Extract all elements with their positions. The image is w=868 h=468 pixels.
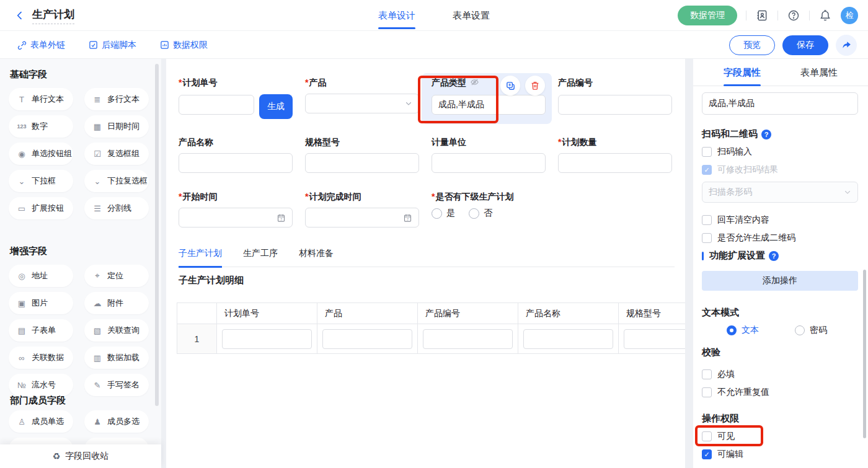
sidebar-item-image[interactable]: ▣图片 [9,292,73,314]
help-icon[interactable] [787,9,800,22]
field-title-input[interactable] [702,92,858,115]
checkbox-scan-input[interactable]: 扫码输入 [702,146,858,157]
sidebar-item-checkbox-group[interactable]: ☑复选框组 [84,143,149,165]
tab-field-properties[interactable]: 字段属性 [724,59,761,86]
sidebar-item-subform[interactable]: ▤子表单 [9,319,73,342]
field-plan-finish-time[interactable]: *计划完成时间 7 [305,192,419,227]
field-start-time[interactable]: *开始时间 7 [179,192,293,227]
radio-text-mode-text[interactable]: 文本 [727,325,759,336]
contacts-icon[interactable] [755,9,769,22]
preview-button[interactable]: 预览 [729,35,775,55]
panel-scrollbar[interactable] [863,270,866,438]
field-plan-number[interactable]: *计划单号 生成 [179,77,293,89]
sidebar-item-radio-group[interactable]: ◉单选按钮组 [9,143,73,165]
field-label: 开始时间 [182,192,217,201]
tab-form-settings[interactable]: 表单设置 [453,0,490,31]
sidebar-item-member-single[interactable]: ♙成员单选 [9,410,73,433]
sidebar-item-linked-data[interactable]: ∞关联数据 [9,347,73,369]
share-arrow-icon[interactable] [836,35,857,56]
sidebar-item-datetime[interactable]: ▦日期时间 [84,115,149,138]
sidebar-item-extend-button[interactable]: ▭扩展按钮 [9,197,73,219]
avatar[interactable]: 检 [841,7,858,24]
checkbox-clear-on-enter[interactable]: 回车清空内容 [702,214,858,226]
linked-data-icon: ∞ [16,353,27,363]
copy-field-button[interactable] [500,76,520,95]
sidebar-item-member-multi[interactable]: ♟成员多选 [84,410,149,433]
sidebar-scrollbar[interactable] [155,64,159,406]
product-select[interactable] [305,94,419,113]
checkbox-no-duplicate[interactable]: 不允许重复值 [702,387,858,398]
sidebar-item-address[interactable]: ◎地址 [9,265,73,287]
bell-icon[interactable] [818,9,832,22]
multi-line-text-icon: ≣ [92,95,103,104]
cell-product-name-input[interactable] [523,329,613,349]
people-icon: ♟ [92,417,103,426]
tab-sub-production-plan[interactable]: 子生产计划 [179,248,222,267]
cell-product-input[interactable] [322,329,412,349]
sidebar-item-divider-line[interactable]: ☰分割线 [84,197,149,219]
sidebar-item-linked-query[interactable]: ▧关联查询 [84,319,149,342]
sidebar-item-serial-number[interactable]: №流水号 [9,374,73,396]
spec-model-input[interactable] [305,153,419,173]
product-name-input[interactable] [179,153,293,173]
form-external-link[interactable]: 表单外链 [17,40,65,51]
field-label: 产品名称 [179,137,213,147]
permission-title: 操作权限 [702,413,858,425]
sidebar-item-multi-line-text[interactable]: ≣多行文本 [84,88,149,110]
checkbox-visible[interactable]: 可见 [702,431,858,442]
checkbox-allow-qrcode[interactable]: 是否允许生成二维码 [702,232,858,244]
field-product-name[interactable]: 产品名称 [179,137,293,173]
checkbox-icon [702,147,712,157]
field-plan-quantity[interactable]: *计划数量 [558,137,672,173]
radio-text-mode-password[interactable]: 密码 [795,325,827,336]
field-has-sub-plan[interactable]: *是否有下级生产计划 [432,192,618,203]
sidebar-item-number[interactable]: 123数字 [9,115,73,138]
plan-quantity-input[interactable] [558,153,672,173]
field-recycle-bin[interactable]: ♻ 字段回收站 [0,444,161,468]
tab-form-design[interactable]: 表单设计 [378,0,415,31]
sidebar-item-dropdown[interactable]: ⌄下拉框 [9,170,73,192]
field-spec-model[interactable]: 规格型号 [305,137,419,173]
radio-no[interactable]: 否 [469,208,492,219]
cell-spec-model-input[interactable] [624,329,685,349]
field-unit[interactable]: 计量单位 [432,137,546,173]
plan-number-input[interactable] [179,95,254,115]
generate-button[interactable]: 生成 [259,94,293,119]
sidebar-item-single-line-text[interactable]: T单行文本 [9,88,73,110]
radio-yes[interactable]: 是 [432,208,455,219]
add-operation-button[interactable]: 添加操作 [702,271,858,291]
cell-product-code-input[interactable] [423,329,513,349]
tab-form-properties[interactable]: 表单属性 [800,59,838,86]
tab-production-process[interactable]: 生产工序 [243,248,278,267]
product-type-input[interactable] [432,95,546,115]
delete-field-button[interactable] [525,76,545,95]
sidebar-item-location[interactable]: ⌖定位 [84,265,149,287]
data-manage-button[interactable]: 数据管理 [678,6,737,25]
help-icon[interactable]: ? [769,251,779,261]
sidebar-item-data-load[interactable]: ▥数据加载 [84,347,149,369]
scan-type-select[interactable]: 扫描条形码 [702,182,858,203]
tab-material-preparation[interactable]: 材料准备 [299,248,334,267]
checkbox-required[interactable]: 必填 [702,369,858,380]
sidebar-item-signature[interactable]: ✎手写签名 [84,374,149,396]
sidebar-item-multi-dropdown[interactable]: ⌄下拉复选框 [84,170,149,192]
field-product[interactable]: *产品 [305,77,419,113]
section-title-enhanced-fields: 增强字段 [10,245,47,257]
help-icon[interactable]: ? [761,130,771,139]
plan-finish-time-input[interactable]: 7 [305,208,419,227]
radio-icon [432,208,442,219]
column-header: 产品编号 [418,303,518,324]
start-time-input[interactable]: 7 [179,208,293,227]
save-button[interactable]: 保存 [782,35,828,55]
subform-tabs: 子生产计划 生产工序 材料准备 [179,248,675,267]
backend-script-link[interactable]: 后端脚本 [89,40,136,51]
data-permission-link[interactable]: 数据权限 [160,40,208,51]
cell-plan-number-input[interactable] [222,329,312,349]
checkbox-editable-scan-result[interactable]: 可修改扫码结果 [702,164,858,175]
product-code-input[interactable] [558,95,672,115]
extension-section-title: 功能扩展设置 ? [702,250,858,262]
field-product-code[interactable]: 产品编号 [558,77,672,89]
checkbox-editable[interactable]: 可编辑 [702,449,858,460]
sidebar-item-attachment[interactable]: ☁附件 [84,292,149,314]
unit-input[interactable] [432,153,546,173]
